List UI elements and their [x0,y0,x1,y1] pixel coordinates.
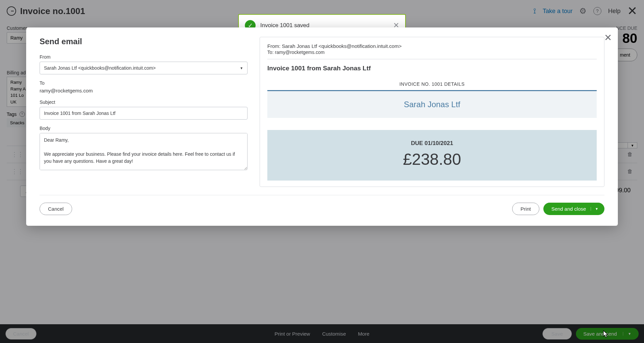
from-value: Sarah Jonas Ltf <quickbooks@notification… [44,65,156,71]
send-email-modal: ✕ Send email From Sarah Jonas Ltf <quick… [26,27,618,226]
preview-amount: £238.80 [267,150,597,168]
print-button[interactable]: Print [512,203,539,215]
send-and-close-button[interactable]: Send and close ▼ [543,203,604,215]
body-textarea[interactable] [40,133,248,170]
modal-title: Send email [40,37,248,46]
preview-company-name: Sarah Jonas Ltf [267,90,597,118]
from-label: From [40,54,248,60]
preview-due-date: DUE 01/10/2021 [267,140,597,147]
send-close-label: Send and close [551,206,586,212]
email-preview-panel: From: Sarah Jonas Ltf <quickbooks@notifi… [260,37,604,187]
modal-cancel-button[interactable]: Cancel [40,203,72,215]
to-label: To [40,80,248,86]
to-value: ramy@rocketgems.com [40,88,248,93]
from-select[interactable]: Sarah Jonas Ltf <quickbooks@notification… [40,62,248,74]
chevron-down-icon[interactable]: ▼ [591,207,598,211]
body-label: Body [40,126,248,131]
preview-details-label: INVOICE NO. 1001 DETAILS [267,81,597,87]
subject-input[interactable] [40,107,248,120]
preview-from-line: From: Sarah Jonas Ltf <quickbooks@notifi… [267,43,597,49]
preview-to-line: To: ramy@rocketgems.com [267,50,597,55]
mouse-cursor-icon [603,330,609,338]
divider [267,59,597,59]
preview-subject: Invoice 1001 from Sarah Jonas Ltf [267,65,597,72]
chevron-down-icon: ▼ [240,66,243,70]
modal-close-icon[interactable]: ✕ [604,32,612,43]
subject-label: Subject [40,99,248,105]
